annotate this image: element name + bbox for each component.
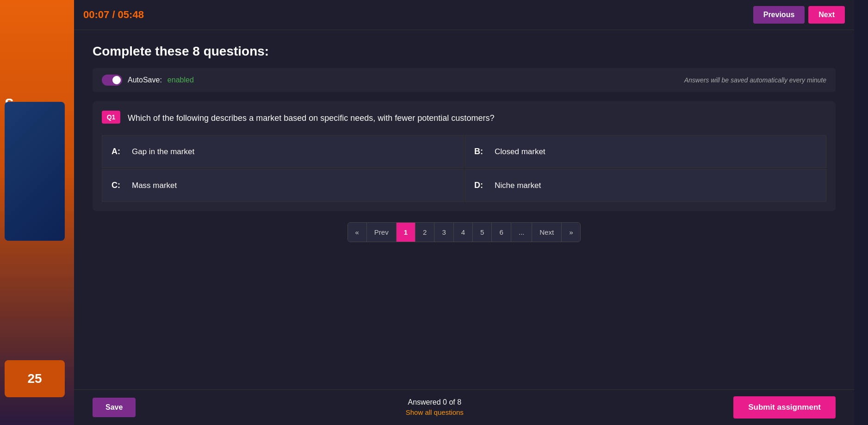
answered-info: Answered 0 of 8 Show all questions	[406, 398, 464, 417]
main-content: 00:07 / 05:48 Previous Next Complete the…	[74, 0, 854, 425]
top-bar: 00:07 / 05:48 Previous Next	[74, 0, 854, 30]
section-title: Complete these 8 questions:	[93, 44, 836, 59]
save-button[interactable]: Save	[93, 398, 136, 417]
autosave-info: Answers will be saved automatically ever…	[684, 76, 826, 84]
autosave-left: AutoSave: enabled	[102, 75, 194, 86]
next-button-top[interactable]: Next	[808, 6, 845, 24]
pagination-page-1[interactable]: 1	[397, 223, 415, 242]
pagination-page-2[interactable]: 2	[415, 223, 434, 242]
sidebar-bottom-text: 25	[27, 371, 42, 386]
pagination-next[interactable]: Next	[532, 223, 562, 242]
pagination-wrapper: « Prev 1 2 3 4 5 6 ... Next »	[93, 222, 836, 242]
pagination-page-3[interactable]: 3	[434, 223, 453, 242]
answer-text-a: Gap in the market	[132, 147, 194, 156]
question-number-badge: Q1	[102, 111, 120, 124]
pagination-last[interactable]: »	[562, 223, 580, 242]
timer-display: 00:07 / 05:48	[83, 9, 144, 21]
question-text: Which of the following describes a marke…	[128, 111, 494, 124]
answer-letter-a: A:	[112, 147, 125, 156]
autosave-bar: AutoSave: enabled Answers will be saved …	[93, 68, 836, 92]
autosave-label: AutoSave:	[128, 76, 162, 84]
sidebar-bottom: 25	[5, 360, 65, 397]
sidebar-card-inner	[5, 102, 65, 241]
pagination-page-5[interactable]: 5	[473, 223, 492, 242]
pagination-ellipsis: ...	[511, 223, 533, 242]
answer-text-b: Closed market	[495, 147, 546, 156]
answered-count: Answered 0 of 8	[406, 398, 464, 406]
answer-option-a[interactable]: A: Gap in the market	[102, 135, 464, 168]
answer-option-b[interactable]: B: Closed market	[465, 135, 826, 168]
answers-grid: A: Gap in the market B: Closed market C:…	[102, 135, 826, 202]
submit-assignment-button[interactable]: Submit assignment	[733, 396, 836, 419]
top-nav-buttons: Previous Next	[753, 6, 845, 24]
previous-button[interactable]: Previous	[753, 6, 805, 24]
question-block: Q1 Which of the following describes a ma…	[93, 101, 836, 211]
answer-text-c: Mass market	[132, 181, 177, 190]
sidebar-card	[5, 102, 65, 241]
answer-letter-d: D:	[474, 181, 488, 190]
autosave-toggle[interactable]	[102, 75, 122, 86]
pagination-page-4[interactable]: 4	[454, 223, 473, 242]
answer-option-d[interactable]: D: Niche market	[465, 169, 826, 202]
pagination-prev[interactable]: Prev	[367, 223, 397, 242]
answer-option-c[interactable]: C: Mass market	[102, 169, 464, 202]
question-header: Q1 Which of the following describes a ma…	[102, 111, 826, 124]
show-all-questions-link[interactable]: Show all questions	[406, 408, 464, 416]
left-sidebar: s 25	[0, 0, 74, 425]
autosave-status: enabled	[167, 76, 194, 84]
answer-text-d: Niche market	[495, 181, 541, 190]
bottom-bar: Save Answered 0 of 8 Show all questions …	[74, 389, 854, 425]
answer-letter-c: C:	[112, 181, 125, 190]
answer-letter-b: B:	[474, 147, 488, 156]
right-edge	[854, 0, 868, 425]
pagination-page-6[interactable]: 6	[492, 223, 511, 242]
pagination-first[interactable]: «	[348, 223, 367, 242]
pagination: « Prev 1 2 3 4 5 6 ... Next »	[347, 222, 581, 242]
content-area: Complete these 8 questions: AutoSave: en…	[74, 30, 854, 267]
